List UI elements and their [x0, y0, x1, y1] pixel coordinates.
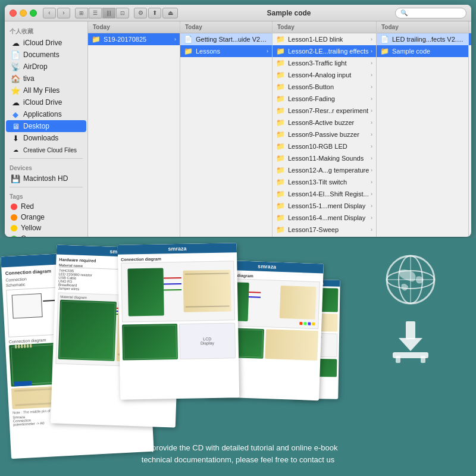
folder-icon: 📁: [276, 166, 286, 174]
sidebar-item-applications[interactable]: ◆ Applications: [6, 108, 86, 120]
sidebar-item-downloads[interactable]: ⬇ Downloads: [6, 132, 86, 144]
favorites-label: 个人收藏: [5, 24, 87, 37]
file-item[interactable]: 📁Lesson16-4...ment Display›: [273, 212, 376, 224]
arrow-icon: ›: [371, 48, 372, 54]
icon-area: [363, 250, 458, 363]
column-4: Today 📄 LED trailing...fects V2.0.pdf 📁 …: [377, 21, 469, 237]
back-button[interactable]: ‹: [43, 8, 56, 18]
file-item-sample-code[interactable]: 📁 Sample code: [377, 45, 468, 57]
file-item[interactable]: 📁Lesson12-A...g temperature›: [273, 164, 376, 176]
file-item[interactable]: 📁Lesson18-...›: [273, 236, 376, 237]
file-item[interactable]: 📁Lesson11-Making Sounds›: [273, 152, 376, 164]
arrow-icon: ›: [371, 84, 372, 90]
sidebar-item-icloud-drive[interactable]: ☁ iCloud Drive: [6, 37, 86, 49]
file-item[interactable]: 📁Lesson8-Active buzzer›: [273, 117, 376, 129]
file-item[interactable]: 📁Lesson15-1...ment Display›: [273, 200, 376, 212]
file-item[interactable]: 📁Lesson2-LE...trailing effects›: [273, 45, 376, 57]
file-item[interactable]: 📁Lesson3-Traffic light›: [273, 57, 376, 69]
applications-icon: ◆: [11, 109, 20, 119]
close-button[interactable]: [10, 10, 17, 17]
sidebar-item-label: Applications: [23, 110, 62, 118]
file-item[interactable]: 📁 Lessons ›: [180, 45, 272, 57]
sidebar-item-documents[interactable]: 📄 Documents: [6, 49, 86, 61]
sidebar-item-tiva[interactable]: 🏠 tiva: [6, 73, 86, 84]
icon-view-button[interactable]: ⊞: [75, 8, 88, 18]
eject-button[interactable]: ⏏: [162, 8, 178, 18]
arrow-icon: ›: [371, 143, 372, 149]
arrow-icon: ›: [371, 108, 372, 114]
traffic-lights: [10, 10, 37, 17]
nav-buttons: ‹ ›: [43, 8, 70, 18]
file-item[interactable]: 📁Lesson9-Passive buzzer›: [273, 129, 376, 140]
file-item[interactable]: 📁Lesson5-Button›: [273, 81, 376, 93]
sidebar-item-all-my-files[interactable]: ⭐ All My Files: [6, 84, 86, 96]
sidebar-item-label: iCloud Drive: [23, 39, 62, 47]
file-item[interactable]: 📄 Getting Start...uide V2.0.pdf: [180, 33, 272, 45]
sidebar-item-label: Macintosh HD: [23, 174, 68, 183]
sidebar-tag-yellow[interactable]: Yellow: [6, 223, 86, 233]
search-box[interactable]: 🔍: [395, 8, 466, 18]
folder-icon: 📁: [276, 190, 286, 198]
cover-view-button[interactable]: ⊡: [116, 8, 129, 18]
sidebar-item-label: AirDrop: [23, 62, 48, 71]
tags-label: Tags: [5, 190, 87, 201]
sidebar-item-label: Desktop: [23, 122, 49, 130]
folder-icon: 📁: [276, 130, 286, 139]
file-item[interactable]: 📁Lesson1-LED blink›: [273, 33, 376, 45]
sidebar-tag-orange[interactable]: Orange: [6, 212, 86, 223]
folder-icon: 📁: [276, 154, 286, 162]
zoom-button[interactable]: [30, 10, 37, 17]
pdf-icon: 📄: [380, 35, 390, 43]
title-bar: ‹ › ⊞ ☰ ||| ⊡ ⚙ ⬆ ⏏ Sample code 🔍: [5, 5, 471, 21]
sidebar-tag-red[interactable]: Red: [6, 201, 86, 212]
file-item[interactable]: 📁Lesson6-Fading›: [273, 93, 376, 105]
file-item[interactable]: 📁 S19-20170825 ›: [88, 33, 180, 45]
column-1: Today 📁 S19-20170825 ›: [88, 21, 180, 237]
file-item[interactable]: 📁Lesson13-Tilt switch›: [273, 176, 376, 188]
folder-icon: 📁: [276, 107, 286, 115]
creative-cloud-icon: ☁: [11, 145, 20, 155]
forward-button[interactable]: ›: [57, 8, 70, 18]
sidebar-item-macintosh-hd[interactable]: 💾 Macintosh HD: [6, 173, 86, 184]
column-view-button[interactable]: |||: [102, 8, 115, 18]
yellow-dot: [11, 225, 17, 231]
sidebar: 个人收藏 ☁ iCloud Drive 📄 Documents 📡 AirDro…: [5, 21, 88, 237]
window-title: Sample code: [183, 9, 395, 17]
file-item[interactable]: 📁Lesson7-Resr..r experiment›: [273, 105, 376, 117]
sidebar-item-label: iCloud Drive: [23, 98, 62, 107]
folder-icon: 📁: [276, 71, 286, 79]
finder-body: 个人收藏 ☁ iCloud Drive 📄 Documents 📡 AirDro…: [5, 21, 471, 237]
share-button[interactable]: ⬆: [148, 8, 161, 18]
sidebar-item-label: tiva: [23, 74, 35, 83]
sidebar-item-airdrop[interactable]: 📡 AirDrop: [6, 61, 86, 73]
arrow-icon: ›: [371, 60, 372, 66]
action-button[interactable]: ⚙: [134, 8, 147, 18]
list-view-button[interactable]: ☰: [89, 8, 102, 18]
green-dot: [11, 236, 17, 237]
file-item[interactable]: 📁 LED_trailing_effects ›: [469, 33, 471, 45]
sidebar-item-desktop[interactable]: 🖥 Desktop: [6, 120, 86, 132]
devices-label: Devices: [5, 161, 87, 173]
file-item[interactable]: 📁Lesson10-RGB LED›: [273, 140, 376, 152]
col-header-2: Today: [180, 21, 272, 33]
col-items-4: 📄 LED trailing...fects V2.0.pdf 📁 Sample…: [377, 33, 468, 237]
airdrop-icon: 📡: [11, 62, 20, 71]
sidebar-tag-green[interactable]: Green: [6, 233, 86, 237]
sidebar-item-label: Documents: [23, 51, 60, 59]
minimize-button[interactable]: [20, 10, 27, 17]
sidebar-item-creative-cloud[interactable]: ☁ Creative Cloud Files: [6, 144, 86, 156]
arrow-icon: ›: [371, 227, 372, 233]
arrow-icon: ›: [371, 215, 372, 221]
file-item[interactable]: 📄 LED trailing...fects V2.0.pdf: [377, 33, 468, 45]
folder-icon: 📁: [276, 83, 286, 91]
downloads-icon: ⬇: [11, 133, 20, 143]
finder-window: ‹ › ⊞ ☰ ||| ⊡ ⚙ ⬆ ⏏ Sample code 🔍 个人收藏 ☁…: [5, 5, 471, 237]
sidebar-item-icloud2[interactable]: ☁ iCloud Drive: [6, 96, 86, 108]
bottom-section: smraza Connection diagram Connection Sch…: [0, 238, 476, 476]
file-item[interactable]: 📁Lesson17-Sweep›: [273, 224, 376, 236]
file-item[interactable]: 📁Lesson14-El...Shift Regist...›: [273, 188, 376, 200]
sidebar-item-label: All My Files: [23, 86, 60, 95]
col-items-1: 📁 S19-20170825 ›: [88, 33, 180, 237]
file-columns: Today 📁 S19-20170825 › Today 📄 Getting S…: [88, 21, 471, 237]
file-item[interactable]: 📁Lesson4-Analog input›: [273, 69, 376, 81]
